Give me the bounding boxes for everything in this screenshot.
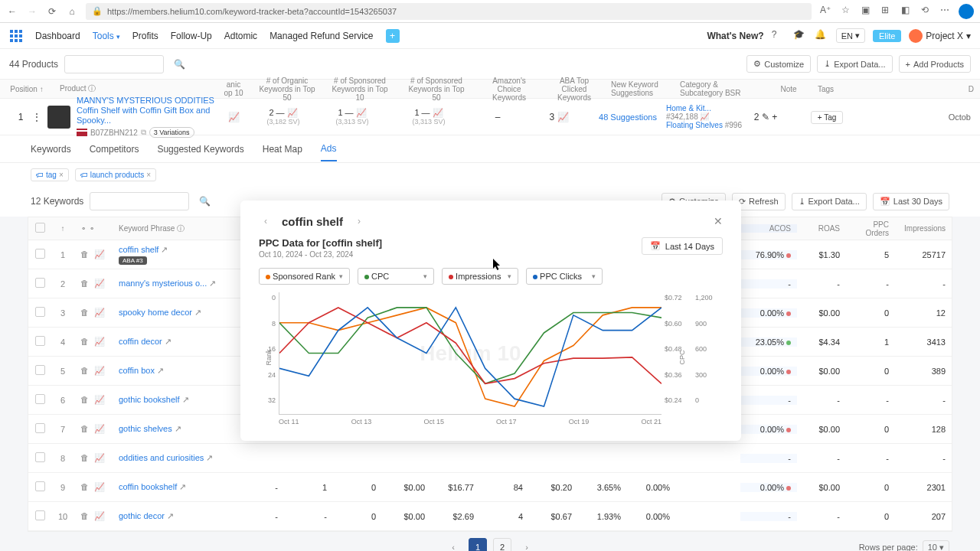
- note-cell[interactable]: 2 ✎ +: [743, 112, 789, 122]
- filter-launch[interactable]: 🏷 launch products ×: [75, 168, 156, 181]
- row-check[interactable]: [28, 452, 51, 464]
- sync-icon[interactable]: ⟲: [919, 4, 931, 16]
- kt-header-ppcorders[interactable]: PPC Orders: [846, 220, 895, 237]
- nav-dashboard[interactable]: Dashboard: [35, 31, 80, 41]
- menu-icon[interactable]: ⋯: [939, 4, 951, 16]
- col-d[interactable]: D: [888, 85, 980, 93]
- row-check[interactable]: [28, 307, 51, 318]
- col-amzchoice[interactable]: Amazon's Choice Keywords: [475, 77, 544, 102]
- row-phrase[interactable]: coffin decor↗: [113, 337, 235, 347]
- tab-keywords[interactable]: Keywords: [31, 138, 71, 161]
- row-icons[interactable]: 🗑📈: [74, 395, 113, 406]
- product-image[interactable]: [47, 106, 70, 129]
- variations-badge[interactable]: 3 Variations: [149, 127, 194, 138]
- tag-cell[interactable]: + Tag: [789, 112, 865, 122]
- filter-tag[interactable]: 🏷 tag ×: [31, 168, 69, 181]
- col-note[interactable]: Note: [766, 85, 812, 93]
- refresh-icon[interactable]: ⟳: [46, 5, 58, 18]
- plus-badge[interactable]: +: [386, 29, 400, 43]
- profile-icon[interactable]: [959, 4, 974, 19]
- text-size-icon[interactable]: A⁺: [819, 4, 831, 16]
- select-cpc[interactable]: CPC▾: [358, 268, 434, 285]
- row-check[interactable]: [28, 510, 51, 522]
- kt-header-phrase[interactable]: Keyword Phrase ⓘ: [113, 223, 235, 234]
- col-spon10[interactable]: # of Sponsored Keywords in Top 10: [322, 77, 398, 102]
- home-icon[interactable]: ⌂: [66, 5, 78, 18]
- row-phrase[interactable]: coffin shelf↗ABA #3: [113, 245, 235, 265]
- row-phrase[interactable]: coffin box↗: [113, 366, 235, 376]
- row-check[interactable]: [28, 278, 51, 289]
- tab-competitors[interactable]: Competitors: [90, 138, 139, 161]
- tab-suggested[interactable]: Suggested Keywords: [157, 138, 243, 161]
- row-phrase[interactable]: gothic decor↗: [113, 511, 235, 521]
- nav-managed-refund[interactable]: Managed Refund Service: [270, 31, 373, 41]
- kt-header-check[interactable]: [28, 223, 51, 234]
- collections-icon[interactable]: ⊞: [879, 4, 891, 16]
- project-select[interactable]: Project X▾: [909, 29, 971, 43]
- notification-icon[interactable]: 🔔: [815, 29, 828, 43]
- row-icons[interactable]: 🗑📈: [74, 482, 113, 493]
- row-check[interactable]: [28, 481, 51, 493]
- url-bar[interactable]: 🔒 https://members.helium10.com/keyword-t…: [86, 3, 812, 20]
- row-icons[interactable]: 🗑📈: [74, 366, 113, 377]
- help-icon[interactable]: ?: [772, 29, 786, 43]
- nav-followup[interactable]: Follow-Up: [171, 31, 212, 41]
- kw-export-button[interactable]: ⤓ Export Data...: [792, 193, 867, 210]
- rows-select[interactable]: 10 ▾: [923, 540, 949, 552]
- nav-tools[interactable]: Tools: [93, 31, 120, 41]
- copy-icon[interactable]: ⧉: [141, 128, 146, 137]
- product-search-input[interactable]: [64, 55, 164, 73]
- col-category[interactable]: Category & Subcategory BSR: [674, 80, 766, 97]
- modal-close-icon[interactable]: ✕: [714, 215, 723, 227]
- row-check[interactable]: [28, 336, 51, 347]
- select-ppc-clicks[interactable]: PPC Clicks▾: [526, 268, 603, 285]
- keyword-search-button[interactable]: 🔍: [195, 192, 214, 210]
- lang-select[interactable]: EN▾: [836, 28, 865, 43]
- page-prev[interactable]: ‹: [444, 538, 462, 551]
- product-search-button[interactable]: 🔍: [170, 55, 188, 73]
- chart-icon-1[interactable]: 📈: [214, 112, 253, 122]
- academy-icon[interactable]: 🎓: [793, 29, 807, 43]
- row-check[interactable]: [28, 394, 51, 406]
- extension-icon[interactable]: ◧: [899, 4, 911, 16]
- kt-header-impressions[interactable]: Impressions: [895, 224, 952, 233]
- row-check[interactable]: [28, 249, 51, 260]
- product-menu-icon[interactable]: ⋮: [32, 112, 47, 122]
- row-phrase[interactable]: spooky home decor↗: [113, 308, 235, 318]
- select-sponsored-rank[interactable]: Sponsored Rank▾: [259, 268, 350, 285]
- product-title[interactable]: MANNY'S MYSTERIOUS ODDITIES Coffin Shelf…: [77, 96, 214, 126]
- modal-next-icon[interactable]: ›: [352, 214, 366, 228]
- tabs-icon[interactable]: ▣: [859, 4, 871, 16]
- row-icons[interactable]: 🗑📈: [74, 424, 113, 435]
- page-1[interactable]: 1: [469, 538, 487, 551]
- nav-profits[interactable]: Profits: [132, 31, 158, 41]
- chart-plot[interactable]: Helium 10: [279, 292, 662, 415]
- col-spon50[interactable]: # of Sponsored Keywords in Top 50: [398, 77, 475, 102]
- row-phrase[interactable]: manny's mysterious o...↗: [113, 279, 235, 289]
- row-phrase[interactable]: gothic bookshelf↗: [113, 395, 235, 405]
- add-products-button[interactable]: + Add Products: [899, 55, 971, 73]
- row-icons[interactable]: 🗑📈: [74, 511, 113, 522]
- col-position[interactable]: Position ↑: [0, 85, 54, 93]
- row-check[interactable]: [28, 365, 51, 377]
- page-2[interactable]: 2: [493, 538, 511, 551]
- keyword-search-input[interactable]: [90, 192, 189, 210]
- metric-suggestions[interactable]: 48 Suggestions: [590, 112, 666, 122]
- row-check[interactable]: [28, 423, 51, 435]
- nav-adtomic[interactable]: Adtomic: [224, 31, 257, 41]
- row-icons[interactable]: 🗑📈: [74, 279, 113, 289]
- kt-header-roas[interactable]: ROAS: [797, 224, 846, 233]
- tab-ads[interactable]: Ads: [321, 137, 337, 161]
- row-icons[interactable]: 🗑📈: [74, 308, 113, 318]
- row-phrase[interactable]: coffin bookshelf↗: [113, 482, 235, 492]
- select-impressions[interactable]: Impressions▾: [442, 268, 518, 285]
- page-next[interactable]: ›: [518, 538, 536, 551]
- forward-icon[interactable]: →: [26, 5, 38, 18]
- row-phrase[interactable]: oddities and curiosities↗: [113, 453, 235, 463]
- modal-date-picker[interactable]: 📅 Last 14 Days: [642, 237, 723, 255]
- kw-daterange-button[interactable]: 📅 Last 30 Days: [873, 193, 949, 210]
- kt-header-acos[interactable]: ACOS: [740, 224, 797, 233]
- col-tags[interactable]: Tags: [812, 85, 888, 93]
- row-phrase[interactable]: gothic shelves↗: [113, 424, 235, 434]
- row-icons[interactable]: 🗑📈: [74, 337, 113, 347]
